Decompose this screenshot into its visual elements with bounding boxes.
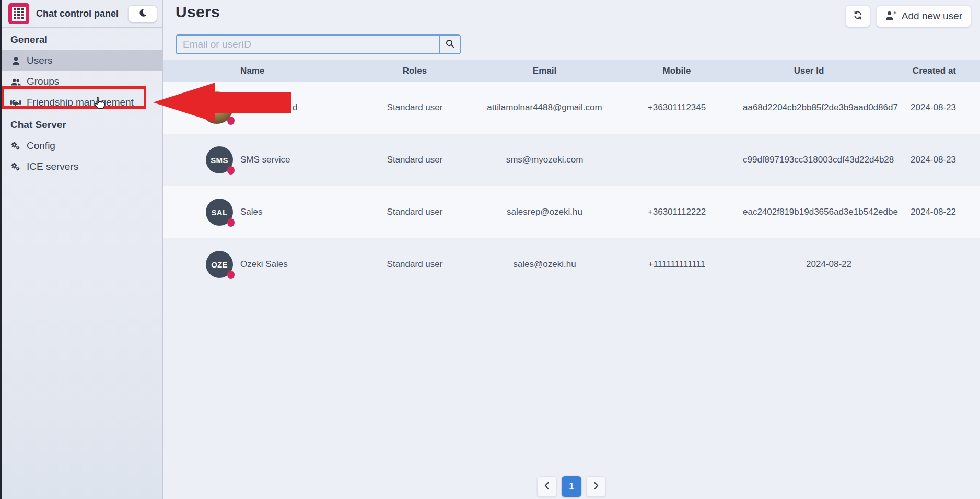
- search-input[interactable]: [176, 34, 440, 54]
- main-content: Users Add new user: [163, 0, 980, 499]
- cell-email: sales@ozeki.hu: [479, 259, 611, 270]
- presence-dot: [227, 117, 235, 125]
- user-icon: [10, 56, 21, 66]
- cell-mobile: +36301112345: [611, 102, 743, 113]
- dialpad-logo-icon: [12, 7, 26, 21]
- cell-name: Sales: [236, 207, 351, 217]
- cell-user-id: aa68d2204cb2bb85f2de3b9aad0d86d7: [743, 102, 875, 113]
- presence-dot: [227, 218, 235, 227]
- sidebar-item-ice-servers[interactable]: ICE servers: [2, 156, 162, 177]
- page-title: Users: [176, 3, 220, 21]
- dark-mode-toggle[interactable]: [128, 5, 157, 22]
- cell-email: salesrep@ozeki.hu: [479, 207, 611, 217]
- users-table: Name Roles Email Mobile User Id Created …: [163, 60, 980, 291]
- sidebar-item-label: Groups: [27, 76, 59, 87]
- sidebar-item-label: ICE servers: [27, 161, 78, 172]
- sidebar-item-label: Friendship management: [27, 97, 134, 108]
- column-header-roles: Roles: [351, 66, 479, 76]
- column-header-email: Email: [479, 66, 611, 76]
- table-row[interactable]: d Standard user attilamolnar4488@gmail.c…: [163, 82, 980, 134]
- sidebar-item-label: Config: [27, 140, 55, 152]
- cell-user-id: eac2402f819b19d3656ad3e1b542edbe: [743, 207, 875, 217]
- cell-roles: Standard user: [351, 155, 479, 165]
- sidebar-item-groups[interactable]: Groups: [2, 71, 162, 92]
- cell-name: d: [236, 102, 351, 113]
- gears-icon: [10, 162, 21, 171]
- sidebar-item-users[interactable]: Users: [2, 50, 162, 71]
- chevron-left-icon: [544, 482, 550, 492]
- sidebar-item-config[interactable]: Config: [2, 135, 162, 156]
- column-header-created-at: Created at: [875, 66, 979, 76]
- cell-roles: Standard user: [351, 259, 479, 270]
- next-page-button[interactable]: [586, 476, 606, 497]
- sidebar-section-chat-server: Chat Server: [10, 113, 155, 135]
- cell-created-at: 2024-08-23: [875, 155, 979, 165]
- pagination: 1: [163, 476, 980, 497]
- moon-icon: [138, 8, 148, 20]
- avatar: SAL: [206, 199, 233, 226]
- presence-dot: [227, 166, 235, 175]
- table-row[interactable]: OZE Ozeki Sales Standard user sales@ozek…: [163, 238, 980, 291]
- cell-roles: Standard user: [351, 207, 479, 217]
- column-header-mobile: Mobile: [611, 66, 743, 76]
- cell-roles: Standard user: [351, 102, 479, 113]
- users-icon: [10, 77, 21, 86]
- add-new-user-button[interactable]: Add new user: [876, 5, 971, 27]
- refresh-button[interactable]: [845, 5, 870, 27]
- chevron-right-icon: [593, 482, 599, 492]
- person-plus-icon: [885, 10, 897, 23]
- cell-email: attilamolnar4488@gmail.com: [479, 102, 611, 113]
- column-header-name: Name: [236, 66, 351, 76]
- sidebar-item-label: Users: [27, 55, 53, 66]
- cell-created-at: 2024-08-22: [875, 207, 979, 217]
- handshake-icon: [10, 99, 21, 106]
- column-header-user-id: User Id: [743, 66, 875, 76]
- previous-page-button[interactable]: [537, 476, 557, 497]
- avatar: SMS: [206, 146, 233, 173]
- avatar: OZE: [206, 251, 233, 278]
- sidebar-item-friendship-management[interactable]: Friendship management: [2, 92, 162, 113]
- app-logo: [8, 3, 29, 24]
- search-bar: [176, 34, 461, 54]
- refresh-icon: [853, 10, 863, 22]
- search-button[interactable]: [440, 34, 461, 54]
- add-new-user-label: Add new user: [902, 10, 962, 22]
- cell-created-at: 2024-08-23: [875, 102, 979, 113]
- cell-name: Ozeki Sales: [236, 259, 351, 270]
- magnifier-icon: [445, 39, 455, 51]
- cell-created-at: 2024-08-22: [743, 259, 875, 270]
- app-title: Chat control panel: [36, 8, 128, 19]
- gears-icon: [10, 141, 21, 150]
- sidebar: Chat control panel General Users Groups …: [0, 0, 163, 499]
- table-header-row: Name Roles Email Mobile User Id Created …: [163, 60, 980, 82]
- cell-mobile: +111111111111: [611, 259, 743, 270]
- cell-email: sms@myozeki.com: [479, 155, 611, 165]
- cell-mobile: +36301112222: [611, 207, 743, 217]
- cell-name: SMS service: [236, 155, 351, 165]
- table-row[interactable]: SAL Sales Standard user salesrep@ozeki.h…: [163, 186, 980, 238]
- page-1-button[interactable]: 1: [562, 476, 581, 497]
- table-row[interactable]: SMS SMS service Standard user sms@myozek…: [163, 134, 980, 186]
- cell-user-id: c99df897193cc318003cdf43d22d4b28: [743, 155, 875, 165]
- sidebar-header: Chat control panel: [2, 0, 162, 28]
- avatar: [201, 91, 233, 124]
- sidebar-section-general: General: [10, 28, 155, 50]
- presence-dot: [227, 271, 235, 279]
- top-actions: Add new user: [845, 5, 971, 27]
